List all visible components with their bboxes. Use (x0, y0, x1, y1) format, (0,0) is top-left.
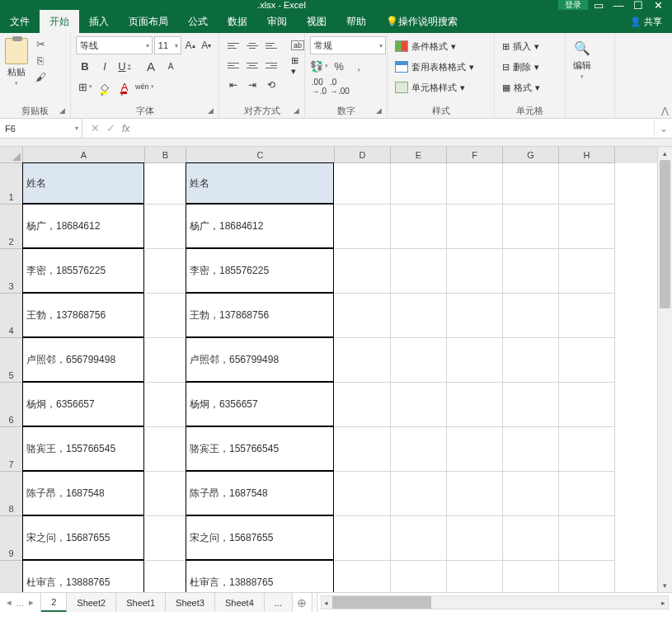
cell-A3[interactable]: 李密，185576225 (22, 248, 144, 293)
cell-G3[interactable] (503, 249, 559, 294)
format-painter-button[interactable]: 🖌 (32, 71, 49, 84)
cells-area[interactable]: 姓名姓名杨广，18684612杨广，18684612李密，185576225李密… (23, 163, 615, 592)
conditional-format-button[interactable]: 条件格式 ▾ (393, 37, 476, 55)
increase-decimal-button[interactable]: .00→.0 (310, 78, 328, 96)
cell-E6[interactable] (391, 383, 447, 427)
cell-D8[interactable] (335, 472, 391, 516)
insert-cells-button[interactable]: ⊞ 插入 ▾ (500, 37, 542, 55)
sheet-nav[interactable]: ◂ ... ▸ (0, 593, 41, 612)
cell-A8[interactable]: 陈子昂，1687548 (22, 471, 144, 515)
cell-C3[interactable]: 李密，185576225 (186, 248, 334, 293)
row-header-1[interactable]: 1 (0, 163, 23, 205)
sheet-nav-next[interactable]: ▸ (29, 597, 34, 608)
column-headers[interactable]: ABCDEFGH (0, 147, 657, 163)
row-headers[interactable]: 12345678910 (0, 163, 23, 592)
sheet-tab-Sheet3[interactable]: Sheet3 (166, 593, 215, 612)
column-header-H[interactable]: H (559, 147, 615, 163)
align-right-button[interactable] (262, 56, 280, 74)
cell-A4[interactable]: 王勃，137868756 (22, 293, 144, 337)
tab-help[interactable]: 帮助 (336, 10, 376, 33)
row-header-7[interactable]: 7 (0, 427, 23, 472)
cell-D10[interactable] (335, 561, 391, 592)
phonetic-button[interactable]: wén (135, 78, 154, 96)
row-header-6[interactable]: 6 (0, 383, 23, 427)
column-header-D[interactable]: D (335, 147, 391, 163)
italic-button[interactable]: I (96, 57, 114, 75)
bold-button[interactable]: B (76, 57, 94, 75)
font-shrink-button[interactable]: A (162, 57, 180, 75)
tab-view[interactable]: 视图 (297, 10, 336, 33)
underline-button[interactable]: U (115, 57, 134, 75)
cell-C10[interactable]: 杜审言，13888765 (186, 560, 334, 592)
paste-button[interactable]: 粘贴 ▾ (3, 35, 30, 90)
cell-G5[interactable] (503, 338, 559, 383)
tab-scroll-split[interactable]: ⋮ (313, 593, 317, 612)
cell-B1[interactable] (145, 163, 186, 205)
font-grow-button[interactable]: A (142, 57, 160, 75)
tab-insert[interactable]: 插入 (79, 10, 119, 33)
tab-review[interactable]: 审阅 (257, 10, 297, 33)
font-name-combo[interactable]: 等线▾ (76, 36, 153, 54)
scroll-right-arrow[interactable]: ▸ (657, 595, 669, 609)
tab-formulas[interactable]: 公式 (178, 10, 218, 33)
cell-B9[interactable] (145, 516, 186, 561)
increase-indent-button[interactable]: ⇥ (243, 76, 261, 94)
format-table-button[interactable]: 套用表格格式 ▾ (393, 58, 476, 76)
cell-H9[interactable] (559, 516, 615, 561)
cell-F2[interactable] (447, 205, 503, 249)
cell-H10[interactable] (559, 561, 615, 592)
cell-A6[interactable]: 杨炯，6356657 (22, 382, 144, 426)
cell-H1[interactable] (559, 163, 615, 205)
row-header-4[interactable]: 4 (0, 294, 23, 338)
cell-G8[interactable] (503, 472, 559, 516)
sheet-tab-2[interactable]: 2 (41, 593, 67, 612)
cell-H4[interactable] (559, 294, 615, 338)
cell-E5[interactable] (391, 338, 447, 383)
align-middle-button[interactable] (243, 36, 261, 54)
percent-button[interactable]: % (330, 57, 348, 75)
row-header-5[interactable]: 5 (0, 338, 23, 383)
cell-G1[interactable] (503, 163, 559, 205)
cell-G6[interactable] (503, 383, 559, 427)
expand-formula-bar[interactable]: ⌄ (654, 119, 672, 138)
hscroll-thumb[interactable] (332, 596, 431, 609)
cell-D9[interactable] (335, 516, 391, 561)
tell-me[interactable]: 💡 操作说明搜索 (376, 10, 468, 33)
increase-font-button[interactable]: A▴ (183, 36, 198, 54)
row-header-9[interactable]: 9 (0, 516, 23, 561)
cell-E2[interactable] (391, 205, 447, 249)
cell-B2[interactable] (145, 205, 186, 249)
find-select-button[interactable]: 🔍 (572, 38, 592, 58)
align-left-button[interactable] (224, 56, 242, 74)
borders-button[interactable]: ⊞ (76, 78, 94, 96)
cell-G4[interactable] (503, 294, 559, 338)
cell-H8[interactable] (559, 472, 615, 516)
cell-E7[interactable] (391, 427, 447, 472)
font-launcher[interactable]: ◢ (208, 106, 214, 115)
cell-A2[interactable]: 杨广，18684612 (22, 204, 144, 248)
align-bottom-button[interactable] (262, 36, 280, 54)
scroll-up-arrow[interactable]: ▴ (658, 147, 672, 160)
sheet-tab-Sheet4[interactable]: Sheet4 (215, 593, 265, 612)
cell-F3[interactable] (447, 249, 503, 294)
cell-F6[interactable] (447, 383, 503, 427)
number-launcher[interactable]: ◢ (376, 106, 382, 115)
delete-cells-button[interactable]: ⊟ 删除 ▾ (500, 58, 542, 76)
cell-A10[interactable]: 杜审言，13888765 (22, 560, 144, 592)
scroll-down-arrow[interactable]: ▾ (658, 579, 672, 592)
tab-data[interactable]: 数据 (218, 10, 257, 33)
accept-formula-icon[interactable]: ✓ (106, 122, 115, 134)
cell-E1[interactable] (391, 163, 447, 205)
cell-B8[interactable] (145, 472, 186, 516)
copy-button[interactable]: ⎘ (32, 54, 49, 68)
share-button[interactable]: 👤 共享 (630, 16, 662, 28)
tab-file[interactable]: 文件 (0, 10, 40, 33)
cell-E4[interactable] (391, 294, 447, 338)
cell-A7[interactable]: 骆宾王，155766545 (22, 426, 144, 471)
cell-E10[interactable] (391, 561, 447, 592)
cell-F1[interactable] (447, 163, 503, 205)
cell-C6[interactable]: 杨炯，6356657 (186, 382, 334, 426)
insert-function-icon[interactable]: fx (122, 123, 129, 134)
column-header-B[interactable]: B (145, 147, 186, 163)
cell-A9[interactable]: 宋之问，15687655 (22, 515, 144, 560)
